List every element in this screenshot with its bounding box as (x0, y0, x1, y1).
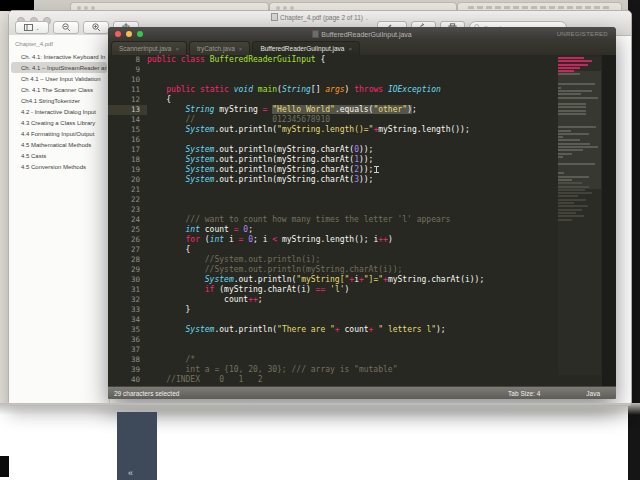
code-line[interactable]: 21 (108, 185, 616, 195)
code-editor[interactable]: 8public class BufferedReaderGuiInput {91… (108, 55, 616, 386)
background-window-title-smudge (468, 6, 611, 9)
code-line[interactable]: 14 // 012345678910 (108, 115, 616, 125)
collapsed-side-panel: « (117, 412, 157, 480)
line-number: 28 (108, 255, 147, 265)
minimap-line (558, 202, 574, 204)
minimap-line (558, 163, 595, 165)
tab-close-icon[interactable]: × (175, 46, 179, 52)
code-line[interactable]: 20 System.out.println(myString.charAt(3)… (108, 175, 616, 185)
minimap-line (558, 149, 583, 151)
code-line[interactable]: 36 (108, 335, 616, 345)
sidebar-view-button[interactable]: ⌄ (15, 21, 49, 34)
toc-item[interactable]: Ch. 4.1 – InputStreamReader an (11, 62, 107, 73)
language-selector[interactable]: Java (586, 390, 600, 397)
line-number: 8 (108, 55, 147, 65)
code-line[interactable]: 40 //INDEX 0 1 2 (108, 375, 616, 385)
toc-item[interactable]: Ch. 4.1 The Scanner Class (9, 84, 109, 95)
code-line[interactable]: 31 if (myString.charAt(i) == 'l') (108, 285, 616, 295)
document-icon (312, 30, 319, 38)
text-cursor-icon (376, 166, 377, 173)
toc-header: Chapter_4.pdf (9, 35, 109, 51)
minimap-line (558, 212, 576, 214)
code-line[interactable]: 15 System.out.println("myString.length()… (108, 125, 616, 135)
minimap-line (558, 133, 589, 135)
line-number: 24 (108, 215, 147, 225)
line-number: 34 (108, 315, 147, 325)
code-line[interactable]: 28 //System.out.println(i); (108, 255, 616, 265)
minimap[interactable] (558, 57, 601, 375)
toc-item[interactable]: 4.2 - Interactive Dialog Input (9, 106, 109, 117)
code-line[interactable]: 9 (108, 65, 616, 75)
chevron-down-icon: ⌄ (35, 25, 39, 31)
line-number: 30 (108, 275, 147, 285)
tab-label: ScannerInput.java (119, 45, 171, 52)
code-line[interactable]: 30 System.out.println("myString["+i+"]="… (108, 275, 616, 285)
code-line[interactable]: 23 (108, 205, 616, 215)
code-line[interactable]: 37 (108, 345, 616, 355)
line-number: 19 (108, 165, 147, 175)
tab-size-control[interactable]: Tab Size: 4 (508, 390, 540, 397)
zoom-out-button[interactable] (53, 21, 79, 34)
code-line[interactable]: 19 System.out.println(myString.charAt(2)… (108, 165, 616, 175)
code-line[interactable]: 12 { (108, 95, 616, 105)
code-line[interactable]: 25 int count = 0; (108, 225, 616, 235)
code-line[interactable]: 27 { (108, 245, 616, 255)
minimap-line (558, 182, 582, 184)
toc-item[interactable]: 4.5 Casts (9, 150, 109, 161)
editor-tab[interactable]: tryCatch.java× (189, 41, 250, 55)
code-line[interactable]: 22 (108, 195, 616, 205)
editor-tab[interactable]: BufferedReaderGuiInput.java× (252, 41, 360, 55)
code-line[interactable]: 16 (108, 135, 616, 145)
minimap-line (558, 153, 572, 155)
code-line[interactable]: 18 System.out.println(myString.charAt(1)… (108, 155, 616, 165)
pdf-window-title: Chapter_4.pdf (page 2 of 11) ⌄ (9, 13, 631, 21)
minimap-line (558, 93, 581, 95)
line-number: 33 (108, 305, 147, 315)
code-line[interactable]: 24 /// want to count how many times the … (108, 215, 616, 225)
code-line[interactable]: 38 /* (108, 355, 616, 365)
code-line[interactable]: 8public class BufferedReaderGuiInput { (108, 55, 616, 65)
tab-close-icon[interactable]: × (239, 46, 243, 52)
toc-item[interactable]: 4.5 Mathematical Methods (9, 139, 109, 150)
code-line[interactable]: 32 count++; (108, 295, 616, 305)
vertical-scrollbar[interactable] (602, 55, 616, 386)
minimap-line (558, 176, 589, 178)
toc-item[interactable]: 4.4 Formatting Input/Output (9, 128, 109, 139)
pdf-toc-sidebar: Chapter_4.pdf Ch. 4.1: Interactive Keybo… (9, 35, 110, 405)
toc-item[interactable]: Ch. 4.1: Interactive Keyboard In (9, 51, 109, 62)
zoom-in-button[interactable] (83, 21, 109, 34)
toc-item[interactable]: Ch 4.1 – User Input Validation (9, 73, 109, 84)
code-line[interactable]: 26 for (int i = 0; i < myString.length()… (108, 235, 616, 245)
minimap-line (558, 192, 592, 194)
line-number: 32 (108, 295, 147, 305)
line-number: 17 (108, 145, 147, 155)
line-number: 27 (108, 245, 147, 255)
editor-statusbar: 29 characters selected Tab Size: 4 Java (108, 386, 616, 399)
line-number: 25 (108, 225, 147, 235)
line-number: 20 (108, 175, 147, 185)
tab-close-icon[interactable]: × (348, 46, 352, 52)
minimap-line (558, 106, 586, 108)
toc-item[interactable]: 4.3 Creating a Class Library (9, 117, 109, 128)
code-line[interactable]: 35 System.out.println("There are "+ coun… (108, 325, 616, 335)
editor-tab[interactable]: ScannerInput.java× (111, 41, 187, 55)
line-number: 18 (108, 155, 147, 165)
code-line[interactable]: 11 public static void main(String[] args… (108, 85, 616, 95)
minimap-line (558, 209, 582, 211)
minimap-line (558, 103, 586, 105)
toc-item[interactable]: 4.5 Conversion Methods (9, 161, 109, 172)
code-line[interactable]: 39 int a = {10, 20, 30}; /// array is "m… (108, 365, 616, 375)
code-line[interactable]: 33 } (108, 305, 616, 315)
minimap-line (558, 143, 590, 145)
code-line[interactable]: 34 (108, 315, 616, 325)
title-chevron-icon[interactable]: ⌄ (365, 15, 369, 21)
code-line[interactable]: 13 String myString = "Hello World".equal… (108, 105, 616, 115)
minimap-line (558, 113, 586, 115)
toc-item[interactable]: Ch4.1 StringTokenizer (9, 95, 109, 106)
line-number: 39 (108, 365, 147, 375)
collapse-chevrons-icon[interactable]: « (128, 468, 133, 478)
code-line[interactable]: 10 (108, 75, 616, 85)
line-number: 13 (108, 105, 147, 115)
code-line[interactable]: 29 //System.out.println(myString.charAt(… (108, 265, 616, 275)
code-line[interactable]: 17 System.out.println(myString.charAt(0)… (108, 145, 616, 155)
